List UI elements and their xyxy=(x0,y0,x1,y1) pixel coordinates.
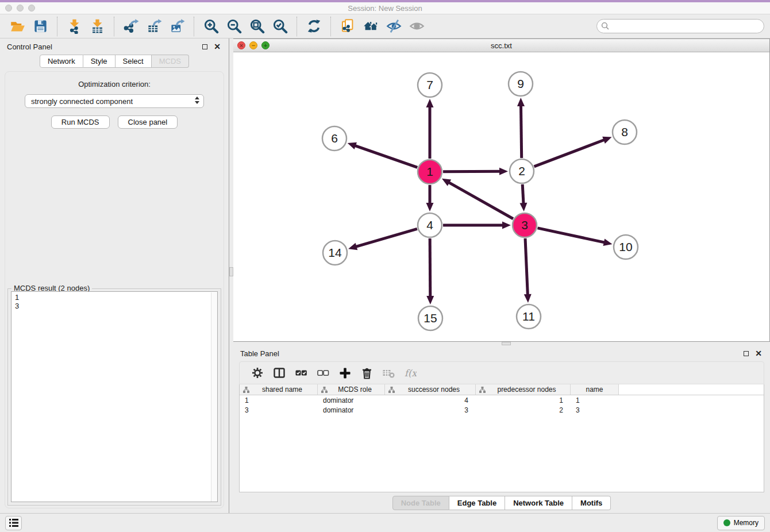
cell[interactable]: 3 xyxy=(571,406,619,414)
node-8[interactable]: 8 xyxy=(613,120,637,144)
main-toolbar xyxy=(0,14,770,38)
result-scrollbar[interactable] xyxy=(211,292,217,502)
close-panel-icon[interactable]: ✕ xyxy=(213,42,222,51)
search-box xyxy=(596,19,764,33)
node-9[interactable]: 9 xyxy=(509,72,533,96)
close-panel-button[interactable]: Close panel xyxy=(118,115,178,129)
control-panel-header: Control Panel ✕ xyxy=(0,38,229,55)
import-network-button[interactable] xyxy=(64,17,84,36)
cell[interactable]: 4 xyxy=(385,396,476,404)
node-3[interactable]: 3 xyxy=(513,213,537,237)
cell[interactable]: 3 xyxy=(385,406,476,414)
network-canvas[interactable]: 7968124314101511 xyxy=(233,52,769,341)
delete-table-button[interactable] xyxy=(380,364,397,381)
hide-panels-button[interactable] xyxy=(384,17,403,36)
cell[interactable]: 3 xyxy=(240,406,318,414)
import-table-button[interactable] xyxy=(87,17,107,36)
cell[interactable]: 1 xyxy=(571,396,619,404)
table-row[interactable]: 1dominator411 xyxy=(240,395,764,405)
edge-2-3[interactable] xyxy=(519,184,527,211)
column-header-name[interactable]: name xyxy=(571,384,619,395)
tab-edge-table[interactable]: Edge Table xyxy=(449,496,505,510)
edge-4-15[interactable] xyxy=(426,238,434,304)
vertical-splitter[interactable] xyxy=(229,38,233,513)
deselect-all-checkboxes-button[interactable] xyxy=(314,364,332,381)
run-mcds-button[interactable]: Run MCDS xyxy=(51,115,110,129)
memory-button[interactable]: Memory xyxy=(717,516,765,530)
split-columns-button[interactable] xyxy=(271,364,288,381)
edge-1-7[interactable] xyxy=(426,99,434,159)
select-all-checkboxes-button[interactable] xyxy=(292,364,310,381)
node-11[interactable]: 11 xyxy=(517,304,541,329)
edge-1-2[interactable] xyxy=(443,168,508,175)
cell[interactable]: dominator xyxy=(318,406,385,414)
float-panel-icon[interactable] xyxy=(741,349,750,358)
edge-3-1[interactable] xyxy=(442,179,513,219)
edge-1-4[interactable] xyxy=(426,185,434,211)
svg-text:8: 8 xyxy=(621,125,628,138)
cell[interactable]: 1 xyxy=(476,396,571,404)
node-4[interactable]: 4 xyxy=(418,213,442,237)
delete-row-button[interactable] xyxy=(358,364,375,381)
zoom-fit-button[interactable] xyxy=(247,17,267,36)
node-7[interactable]: 7 xyxy=(418,73,442,97)
splitter-grip-icon[interactable] xyxy=(229,267,233,276)
cell[interactable]: dominator xyxy=(318,396,385,404)
table-panel-header: Table Panel ✕ xyxy=(233,345,770,361)
zoom-in-button[interactable] xyxy=(201,17,221,36)
refresh-layout-button[interactable] xyxy=(304,17,324,36)
table-row[interactable]: 3dominator323 xyxy=(240,405,764,415)
export-network-button[interactable] xyxy=(121,17,141,36)
node-15[interactable]: 15 xyxy=(418,306,442,330)
export-image-button[interactable] xyxy=(167,17,187,36)
mcds-result-text[interactable]: 1 3 xyxy=(11,291,218,502)
network-document-button[interactable] xyxy=(338,17,357,36)
edge-3-10[interactable] xyxy=(537,228,612,246)
tab-select[interactable]: Select xyxy=(116,55,152,68)
tab-mcds[interactable]: MCDS xyxy=(152,55,189,68)
edge-1-6[interactable] xyxy=(348,142,418,168)
splitter-grip-icon[interactable] xyxy=(502,342,511,345)
tab-node-table[interactable]: Node Table xyxy=(392,496,449,510)
tab-motifs[interactable]: Motifs xyxy=(572,496,611,510)
tab-style[interactable]: Style xyxy=(83,55,116,68)
column-header-predecessor-nodes[interactable]: predecessor nodes xyxy=(476,384,571,395)
home-network-button[interactable] xyxy=(361,17,380,36)
column-header-MCDS-role[interactable]: MCDS role xyxy=(318,384,385,395)
criterion-select[interactable]: strongly connected component xyxy=(25,94,204,108)
edge-3-11[interactable] xyxy=(524,238,532,303)
tree-sort-icon xyxy=(388,387,395,393)
add-row-button[interactable] xyxy=(336,364,353,381)
open-file-button[interactable] xyxy=(7,17,27,36)
show-panels-button[interactable] xyxy=(407,17,426,36)
hide-panels-icon xyxy=(386,18,402,34)
edge-4-14[interactable] xyxy=(348,229,417,250)
task-history-button[interactable] xyxy=(5,516,22,530)
horizontal-splitter[interactable] xyxy=(233,342,770,345)
node-6[interactable]: 6 xyxy=(322,126,346,151)
tab-network-table[interactable]: Network Table xyxy=(505,496,572,510)
node-14[interactable]: 14 xyxy=(323,241,347,265)
node-10[interactable]: 10 xyxy=(614,235,638,259)
node-2[interactable]: 2 xyxy=(510,159,534,183)
cell[interactable]: 2 xyxy=(476,406,571,414)
column-header-successor-nodes[interactable]: successor nodes xyxy=(385,384,476,395)
edge-2-9[interactable] xyxy=(517,98,525,158)
node-1[interactable]: 1 xyxy=(418,160,442,184)
gear-button[interactable] xyxy=(249,364,266,381)
table-body: 1dominator4113dominator323 xyxy=(240,395,764,415)
search-input[interactable] xyxy=(596,19,764,33)
cell[interactable]: 1 xyxy=(240,396,318,404)
zoom-selected-button[interactable] xyxy=(270,17,290,36)
network-graph[interactable]: 7968124314101511 xyxy=(233,52,767,341)
edge-2-8[interactable] xyxy=(534,137,612,167)
zoom-out-button[interactable] xyxy=(224,17,244,36)
function-builder-button[interactable]: f(x) xyxy=(402,364,419,381)
export-table-button[interactable] xyxy=(144,17,164,36)
save-session-button[interactable] xyxy=(30,17,50,36)
close-panel-icon[interactable]: ✕ xyxy=(754,349,763,358)
column-header-shared-name[interactable]: shared name xyxy=(240,384,318,395)
tab-network[interactable]: Network xyxy=(40,55,83,68)
float-panel-icon[interactable] xyxy=(200,42,209,51)
edge-4-3[interactable] xyxy=(443,222,511,229)
